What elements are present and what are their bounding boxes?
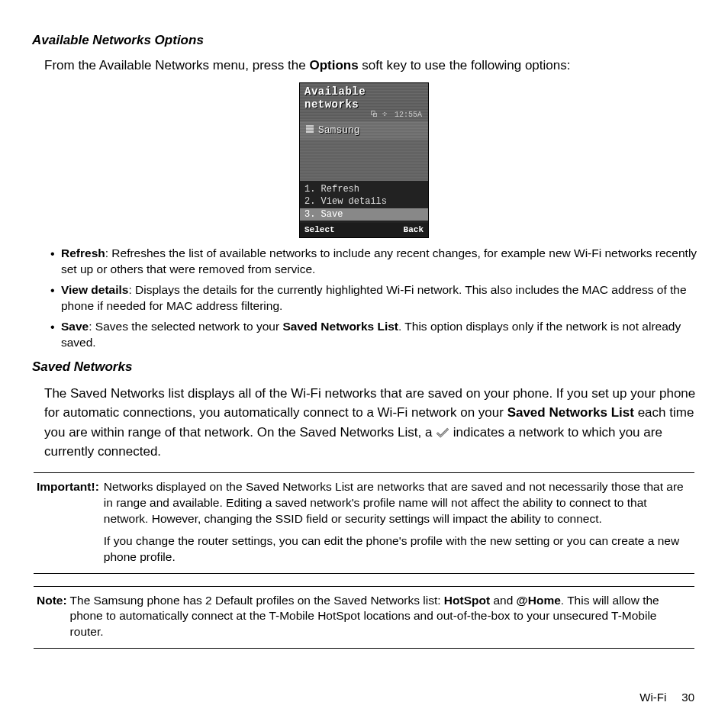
option-save: Save: Saves the selected network to your… bbox=[50, 319, 701, 351]
option-save-desc-bold: Saved Networks List bbox=[282, 320, 398, 333]
option-refresh: Refresh: Refreshes the list of available… bbox=[50, 246, 701, 278]
manual-page: Available Networks Options From the Avai… bbox=[0, 0, 728, 728]
softkey-left: Select bbox=[304, 225, 335, 235]
phone-options-menu: 1. Refresh 2. View details 3. Save bbox=[300, 181, 428, 223]
footer-section: Wi-Fi bbox=[639, 691, 666, 704]
lead-pre: From the Available Networks menu, press … bbox=[44, 58, 309, 72]
phone-blank-area bbox=[300, 140, 428, 181]
option-view-details: View details: Displays the details for t… bbox=[50, 282, 701, 314]
important-p1: Networks displayed on the Saved Networks… bbox=[104, 479, 691, 527]
wifi-status-icon: ⧉ ᯤ bbox=[370, 111, 395, 119]
note-pre: The Samsung phone has 2 Default profiles… bbox=[70, 594, 444, 607]
page-footer: Wi-Fi30 bbox=[639, 690, 694, 705]
note-b2: @Home bbox=[517, 594, 561, 607]
footer-page-number: 30 bbox=[681, 691, 694, 704]
option-save-label: Save bbox=[61, 320, 89, 333]
phone-network-name: Samsung bbox=[318, 124, 360, 137]
heading-available-options: Available Networks Options bbox=[32, 32, 701, 50]
saved-p1-bold: Saved Networks List bbox=[507, 405, 634, 420]
signal-icon bbox=[306, 124, 314, 137]
important-label: Important!: bbox=[37, 479, 99, 565]
option-refresh-desc: : Refreshes the list of available networ… bbox=[61, 246, 697, 275]
option-save-desc-pre: : Saves the selected network to your bbox=[89, 320, 282, 333]
phone-screenshot: Available networks ⧉ ᯤ 12:55A Samsung 1.… bbox=[299, 82, 429, 239]
heading-saved-networks: Saved Networks bbox=[32, 359, 701, 376]
important-text: Networks displayed on the Saved Networks… bbox=[102, 479, 691, 565]
option-view-label: View details bbox=[61, 283, 128, 296]
important-p2: If you change the router settings, you c… bbox=[104, 533, 691, 565]
lead-post: soft key to use the following options: bbox=[359, 58, 571, 72]
lead-softkey: Options bbox=[309, 58, 358, 72]
note-b1: HotSpot bbox=[444, 594, 490, 607]
option-refresh-label: Refresh bbox=[61, 246, 105, 259]
phone-menu-item-view: 2. View details bbox=[304, 195, 424, 208]
phone-softkeys: Select Back bbox=[300, 223, 428, 237]
phone-status: ⧉ ᯤ 12:55A bbox=[304, 111, 424, 120]
note-label: Note: bbox=[37, 593, 67, 641]
phone-title: Available networks bbox=[304, 85, 424, 111]
lead-paragraph: From the Available Networks menu, press … bbox=[44, 57, 701, 75]
phone-clock: 12:55A bbox=[395, 111, 422, 119]
option-view-desc: : Displays the details for the currently… bbox=[61, 283, 687, 312]
note-box: Note: The Samsung phone has 2 Default pr… bbox=[34, 586, 694, 649]
phone-header: Available networks ⧉ ᯤ 12:55A bbox=[300, 83, 428, 122]
phone-network-row: Samsung bbox=[300, 121, 428, 140]
note-text: The Samsung phone has 2 Default profiles… bbox=[70, 593, 691, 641]
checkmark-icon bbox=[436, 427, 449, 438]
important-box: Important!: Networks displayed on the Sa… bbox=[34, 472, 694, 574]
softkey-right: Back bbox=[404, 225, 424, 235]
phone-menu-item-save: 3. Save bbox=[300, 208, 428, 221]
saved-networks-paragraph: The Saved Networks list displays all of … bbox=[44, 384, 701, 462]
options-list: Refresh: Refreshes the list of available… bbox=[50, 246, 701, 351]
phone-menu-item-refresh: 1. Refresh bbox=[304, 183, 424, 195]
note-mid: and bbox=[490, 594, 516, 607]
